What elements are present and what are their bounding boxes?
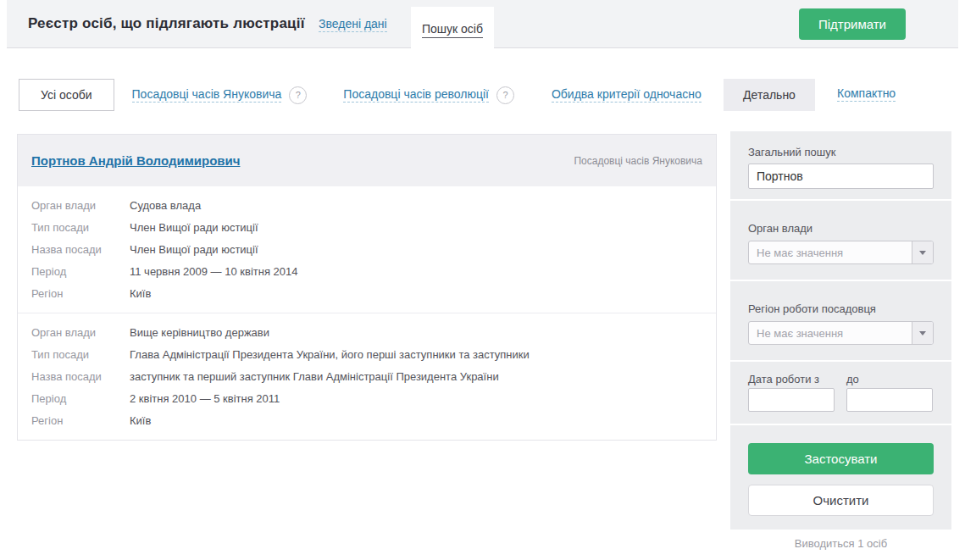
detail-row: Тип посади Глава Адміністрації Президент… [31, 344, 702, 366]
date-from-label: Дата роботи з [748, 373, 835, 385]
detail-row: Орган влади Судова влада [31, 195, 702, 217]
organ-select-value: Не має значення [749, 247, 912, 259]
position-block-1: Орган влади Судова влада Тип посади Член… [18, 186, 716, 313]
detail-row: Назва посади заступник та перший заступн… [31, 366, 702, 388]
detail-value: Член Вищої ради юстиції [130, 221, 258, 234]
region-select-value: Не має значення [749, 327, 912, 340]
organ-filter-label: Орган влади [748, 222, 934, 235]
person-card: Портнов Андрій Володимирович Посадовці ч… [17, 134, 717, 441]
date-filter-section: Дата роботи з до [730, 362, 951, 424]
detail-row: Орган влади Вище керівництво держави [31, 322, 702, 344]
detail-row: Період 2 квітня 2010 — 5 квітня 2011 [31, 388, 702, 410]
date-to-label: до [846, 373, 933, 385]
detail-row: Тип посади Член Вищої ради юстиції [31, 217, 702, 239]
view-toggle-compact[interactable]: Компактно [837, 86, 896, 102]
clear-button[interactable]: Очистити [748, 485, 934, 516]
date-to-input[interactable] [846, 388, 933, 412]
chevron-down-icon [912, 241, 933, 263]
help-icon[interactable]: ? [496, 86, 514, 104]
person-name-link[interactable]: Портнов Андрій Володимирович [31, 153, 240, 168]
region-filter-label: Регіон роботи посадовця [748, 302, 934, 315]
detail-value: 11 червня 2009 — 10 квітня 2014 [130, 265, 297, 278]
detail-value: Глава Адміністрації Президента України, … [130, 348, 530, 361]
nav-tab-search-persons[interactable]: Пошук осіб [411, 7, 494, 53]
view-toggle-detailed[interactable]: Детально [724, 79, 815, 111]
support-button[interactable]: Підтримати [799, 8, 906, 40]
organ-filter-section: Орган влади Не має значення [730, 201, 951, 280]
detail-label: Назва посади [31, 370, 130, 383]
detail-label: Період [31, 265, 130, 278]
tab-yanukovych-officials[interactable]: Посадовці часів Януковича [132, 87, 282, 103]
nav-link-summary[interactable]: Зведені дані [319, 17, 387, 32]
person-category-badge: Посадовці часів Януковича [574, 155, 702, 167]
detail-row: Регіон Київ [31, 283, 702, 305]
date-to-column: до [846, 373, 933, 424]
tab-all-persons[interactable]: Усі особи [19, 79, 114, 111]
chevron-down-icon [912, 322, 933, 344]
actions-section: Застосувати Очистити [730, 425, 951, 530]
nav-tab-search-persons-label: Пошук осіб [422, 22, 483, 38]
detail-row: Період 11 червня 2009 — 10 квітня 2014 [31, 261, 702, 283]
detail-value: Член Вищої ради юстиції [130, 243, 258, 256]
detail-value: заступник та перший заступник Глави Адмі… [130, 370, 499, 383]
detail-row: Регіон Київ [31, 410, 702, 432]
help-icon[interactable]: ? [289, 86, 307, 104]
page-title: Реєстр осіб, що підлягають люстрації [28, 15, 305, 32]
date-from-column: Дата роботи з [748, 373, 835, 424]
criteria-tabs: Усі особи Посадовці часів Януковича ? По… [19, 79, 702, 111]
detail-value: Київ [130, 414, 151, 427]
detail-label: Тип посади [31, 348, 130, 361]
region-filter-section: Регіон роботи посадовця Не має значення [730, 281, 951, 360]
detail-label: Орган влади [31, 326, 130, 339]
position-block-2: Орган влади Вище керівництво держави Тип… [18, 313, 716, 440]
tab-both-criteria[interactable]: Обидва критерії одночасно [552, 87, 702, 103]
region-select[interactable]: Не має значення [748, 321, 934, 345]
detail-value: Київ [130, 287, 151, 300]
detail-label: Орган влади [31, 199, 130, 212]
detail-label: Регіон [31, 287, 130, 300]
apply-button[interactable]: Застосувати [748, 443, 934, 474]
detail-label: Тип посади [31, 221, 130, 234]
search-label: Загальний пошук [748, 146, 934, 158]
result-count: Виводиться 1 осіб [730, 537, 951, 550]
detail-value: Судова влада [130, 199, 201, 212]
app-header: Реєстр осіб, що підлягають люстрації Зве… [7, 0, 958, 48]
search-input[interactable] [748, 164, 934, 189]
tab-revolution-officials[interactable]: Посадовці часів революції [343, 87, 489, 103]
detail-row: Назва посади Член Вищої ради юстиції [31, 239, 702, 261]
organ-select[interactable]: Не має значення [748, 241, 934, 264]
person-card-header: Портнов Андрій Володимирович Посадовці ч… [18, 135, 716, 186]
detail-value: Вище керівництво держави [130, 326, 269, 339]
search-section: Загальний пошук [730, 131, 951, 199]
detail-label: Період [31, 392, 130, 405]
detail-label: Назва посади [31, 243, 130, 256]
date-from-input[interactable] [748, 388, 835, 412]
filter-sidebar: Загальний пошук Орган влади Не має значе… [730, 131, 951, 530]
detail-label: Регіон [31, 414, 130, 427]
detail-value: 2 квітня 2010 — 5 квітня 2011 [130, 392, 280, 405]
